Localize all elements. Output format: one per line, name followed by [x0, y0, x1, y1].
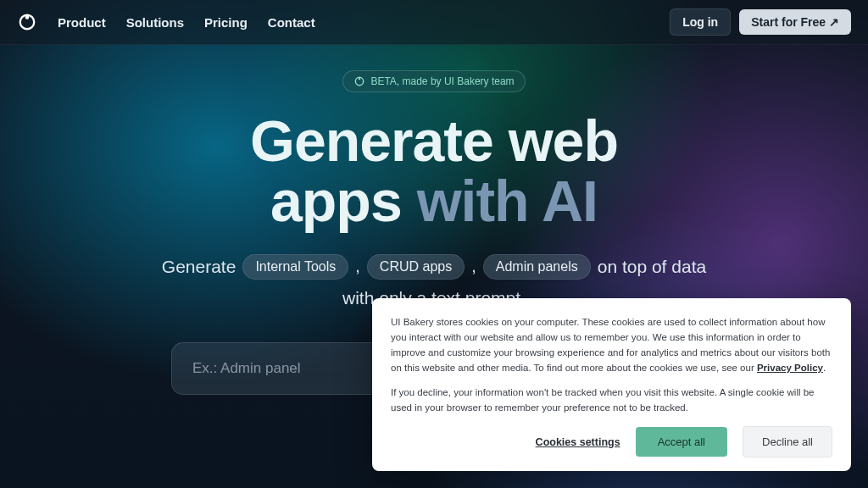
nav-product[interactable]: Product [58, 15, 106, 30]
beta-badge-text: BETA, made by UI Bakery team [370, 75, 514, 87]
sub-suffix: on top of data [598, 257, 706, 277]
privacy-policy-link[interactable]: Privacy Policy [757, 363, 823, 373]
cookie-text-1: UI Bakery stores cookies on your compute… [391, 315, 832, 375]
beta-badge: BETA, made by UI Bakery team [342, 70, 525, 92]
nav-right: Log in Start for Free ↗ [670, 8, 851, 36]
cookie-text-2: If you decline, your information won't b… [391, 385, 832, 416]
headline-apps: apps [270, 169, 402, 233]
headline: Generate web apps with AI [250, 111, 618, 232]
navbar: Product Solutions Pricing Contact Log in… [0, 0, 868, 45]
chip-admin-panels[interactable]: Admin panels [483, 254, 591, 280]
subline: Generate Internal Tools , CRUD apps , Ad… [162, 254, 706, 280]
decline-all-button[interactable]: Decline all [743, 426, 832, 458]
badge-logo-icon [353, 75, 365, 87]
comma: , [355, 257, 360, 276]
comma: , [471, 257, 476, 276]
nav-left: Product Solutions Pricing Contact [17, 12, 315, 32]
headline-with-ai: with AI [402, 169, 598, 233]
cookie-modal: UI Bakery stores cookies on your compute… [372, 298, 851, 471]
svg-point-3 [359, 78, 360, 80]
chip-internal-tools[interactable]: Internal Tools [242, 254, 348, 280]
sub-prefix: Generate [162, 257, 236, 277]
login-button[interactable]: Log in [670, 8, 731, 36]
headline-line1: Generate web [250, 111, 618, 171]
nav-solutions[interactable]: Solutions [126, 15, 184, 30]
nav-contact[interactable]: Contact [268, 15, 315, 30]
cookie-p1b: . [823, 363, 826, 373]
accept-all-button[interactable]: Accept all [636, 427, 727, 457]
cookies-settings-link[interactable]: Cookies settings [536, 436, 620, 448]
cookie-actions: Cookies settings Accept all Decline all [391, 426, 832, 458]
svg-point-1 [25, 15, 30, 19]
nav-pricing[interactable]: Pricing [204, 15, 248, 30]
chip-crud-apps[interactable]: CRUD apps [367, 254, 465, 280]
brand-logo-icon[interactable] [17, 12, 37, 32]
start-free-button[interactable]: Start for Free ↗ [739, 9, 851, 35]
